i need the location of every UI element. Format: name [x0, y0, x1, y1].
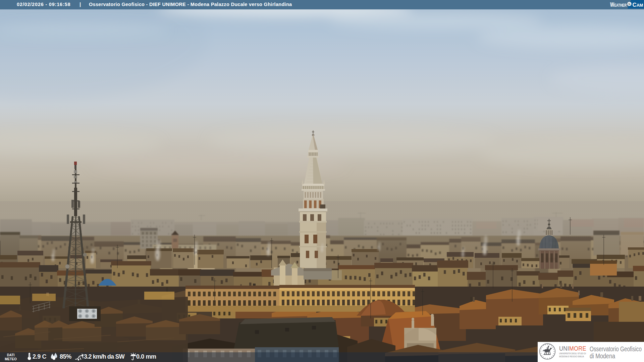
svg-text:di Modena: di Modena: [590, 352, 615, 360]
svg-text:Osservatorio Geofisico: Osservatorio Geofisico: [590, 345, 642, 353]
svg-text:WEATHER: WEATHER: [610, 1, 627, 8]
svg-text:UNIMORE: UNIMORE: [559, 345, 586, 352]
svg-text:MODENA E REGGIO EMILIA: MODENA E REGGIO EMILIA: [559, 355, 584, 358]
